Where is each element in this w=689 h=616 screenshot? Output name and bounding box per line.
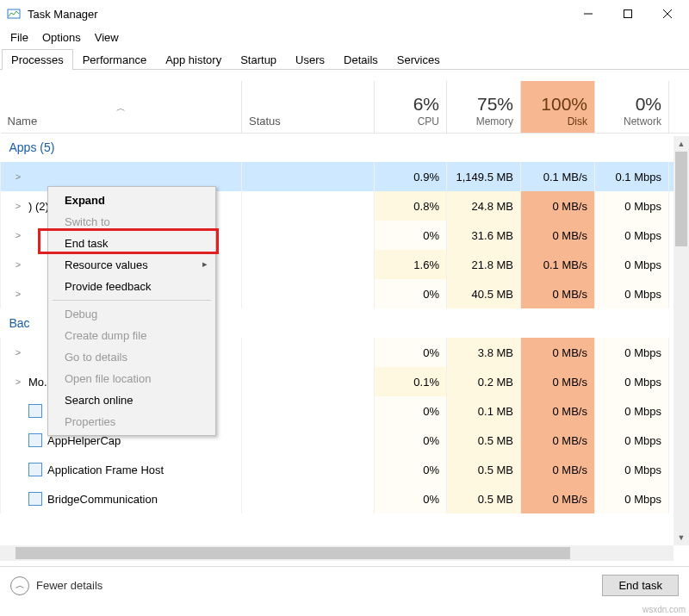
chevron-right-icon[interactable]: >: [13, 376, 23, 387]
ctx-go-to-details: Go to details: [51, 346, 213, 368]
column-headers: ︿ Name Status 6%CPU 75%Memory 100%Disk 0…: [1, 81, 690, 133]
col-disk[interactable]: 100%Disk: [521, 81, 595, 133]
cpu-cell: 0%: [375, 221, 447, 250]
vertical-scrollbar[interactable]: ▲ ▼: [673, 136, 689, 545]
col-name[interactable]: ︿ Name: [1, 81, 242, 133]
ctx-search-online[interactable]: Search online: [51, 389, 213, 411]
cpu-cell: 0%: [375, 455, 447, 484]
disk-cell: 0.1 MB/s: [521, 162, 595, 191]
chevron-right-icon[interactable]: >: [13, 201, 23, 211]
status-cell: [242, 338, 375, 367]
chevron-up-icon: ︿: [10, 576, 29, 595]
process-name: Application Frame Host: [47, 464, 164, 476]
fewer-details-button[interactable]: ︿ Fewer details: [10, 576, 102, 595]
col-memory[interactable]: 75%Memory: [447, 81, 521, 133]
table-row[interactable]: Application Frame Host0%0.5 MB0 MB/s0 Mb…: [1, 455, 690, 484]
ctx-properties: Properties: [51, 411, 213, 432]
disk-cell: 0 MB/s: [521, 279, 595, 308]
cpu-cell: 0%: [375, 396, 447, 426]
cpu-cell: 1.6%: [375, 250, 447, 279]
window-controls: [568, 0, 687, 28]
net-label: Network: [624, 115, 661, 128]
maximize-button[interactable]: [608, 0, 648, 28]
ctx-expand[interactable]: Expand: [51, 190, 213, 211]
fewer-details-label: Fewer details: [36, 579, 102, 592]
menu-view[interactable]: View: [88, 29, 126, 46]
section-apps: Apps (5): [1, 133, 690, 162]
disk-cell: 0.1 MB/s: [521, 250, 595, 279]
disk-cell: 0 MB/s: [521, 426, 595, 455]
hscroll-thumb[interactable]: [16, 547, 570, 559]
chevron-right-icon[interactable]: >: [13, 347, 23, 358]
net-cell: 0 Mbps: [595, 455, 669, 484]
cpu-cell: 0%: [375, 279, 447, 308]
minimize-button[interactable]: [568, 0, 608, 28]
chevron-right-icon[interactable]: >: [13, 289, 23, 299]
status-cell: [242, 250, 375, 279]
titlebar: Task Manager: [0, 0, 689, 28]
ctx-provide-feedback[interactable]: Provide feedback: [51, 276, 213, 297]
status-cell: [242, 221, 375, 250]
status-cell: [242, 484, 375, 513]
close-button[interactable]: [648, 0, 687, 28]
window-title: Task Manager: [28, 8, 568, 21]
tab-services[interactable]: Services: [388, 49, 450, 70]
mem-cell: 0.5 MB: [447, 455, 521, 484]
tab-users[interactable]: Users: [286, 49, 334, 70]
end-task-button[interactable]: End task: [602, 575, 679, 596]
menu-file[interactable]: File: [3, 29, 35, 46]
mem-cell: 24.8 MB: [447, 191, 521, 221]
disk-cell: 0 MB/s: [521, 396, 595, 426]
tab-startup[interactable]: Startup: [231, 49, 286, 70]
status-cell: [242, 396, 375, 426]
cpu-label: CPU: [418, 115, 439, 128]
status-cell: [242, 162, 375, 191]
net-cell: 0 Mbps: [595, 191, 669, 221]
net-cell: 0.1 Mbps: [595, 162, 669, 191]
process-icon: [28, 433, 42, 447]
disk-label: Disk: [568, 115, 587, 128]
status-cell: [242, 191, 375, 221]
menubar: File Options View: [0, 28, 689, 47]
mem-pct: 75%: [454, 94, 513, 115]
disk-cell: 0 MB/s: [521, 221, 595, 250]
tab-processes[interactable]: Processes: [2, 49, 73, 70]
mem-label: Memory: [476, 115, 513, 128]
scroll-down-icon[interactable]: ▼: [673, 530, 689, 545]
context-menu: Expand Switch to End task Resource value…: [47, 186, 216, 436]
ctx-debug: Debug: [51, 303, 213, 325]
chevron-right-icon[interactable]: >: [13, 230, 23, 240]
status-cell: [242, 279, 375, 308]
cpu-cell: 0.8%: [375, 191, 447, 221]
tabstrip: Processes Performance App history Startu…: [0, 47, 689, 70]
ctx-resource-values[interactable]: Resource values: [51, 254, 213, 276]
net-cell: 0 Mbps: [595, 221, 669, 250]
ctx-separator: [53, 300, 211, 301]
tab-details[interactable]: Details: [334, 49, 388, 70]
menu-options[interactable]: Options: [35, 29, 88, 46]
horizontal-scrollbar[interactable]: [0, 545, 673, 561]
mem-cell: 40.5 MB: [447, 279, 521, 308]
mem-cell: 0.5 MB: [447, 426, 521, 455]
net-cell: 0 Mbps: [595, 250, 669, 279]
scroll-thumb[interactable]: [675, 152, 687, 246]
ctx-open-file-location: Open file location: [51, 368, 213, 389]
process-name: ) (2): [28, 200, 49, 213]
scroll-up-icon[interactable]: ▲: [673, 136, 689, 152]
chevron-right-icon[interactable]: >: [13, 171, 23, 182]
net-cell: 0 Mbps: [595, 426, 669, 455]
col-network[interactable]: 0%Network: [595, 81, 669, 133]
tab-performance[interactable]: Performance: [73, 49, 156, 70]
table-row[interactable]: BridgeCommunication0%0.5 MB0 MB/s0 Mbps: [1, 484, 690, 513]
net-cell: 0 Mbps: [595, 338, 669, 367]
cpu-cell: 0.9%: [375, 162, 447, 191]
col-cpu[interactable]: 6%CPU: [375, 81, 447, 133]
process-icon: [28, 404, 42, 418]
mem-cell: 0.2 MB: [447, 367, 521, 396]
tab-app-history[interactable]: App history: [156, 49, 231, 70]
col-status[interactable]: Status: [242, 81, 375, 133]
ctx-end-task[interactable]: End task: [51, 233, 213, 254]
cpu-cell: 0%: [375, 426, 447, 455]
chevron-right-icon[interactable]: >: [13, 259, 23, 270]
mem-cell: 21.8 MB: [447, 250, 521, 279]
